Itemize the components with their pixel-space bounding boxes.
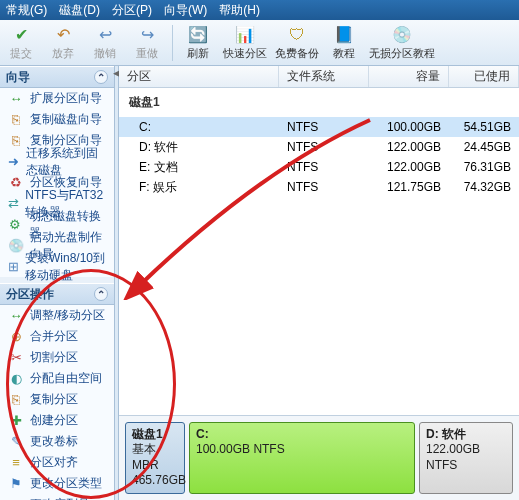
toolbar-label: 放弃 <box>52 46 74 61</box>
list-item[interactable]: ✚创建分区 <box>0 410 114 431</box>
disk-map: 磁盘1 基本 MBR 465.76GB C: 100.00GB NTFS D: … <box>119 415 519 500</box>
item-label: 复制磁盘向导 <box>30 111 102 128</box>
item-icon: ↔ <box>8 91 24 107</box>
list-item[interactable]: ✎更改卷标 <box>0 431 114 452</box>
cell-fs: NTFS <box>279 140 369 154</box>
item-label: 更改分区类型 <box>30 475 102 492</box>
item-label: 切割分区 <box>30 349 78 366</box>
item-icon: ✎ <box>8 434 24 450</box>
toolbar-button[interactable]: 💿无损分区教程 <box>365 21 439 65</box>
menu-item[interactable]: 向导(W) <box>164 2 207 19</box>
col-fs[interactable]: 文件系统 <box>279 66 369 87</box>
separator <box>172 25 173 61</box>
wizard-title: 向导 <box>6 69 30 86</box>
toolbar-button[interactable]: 📊快速分区 <box>219 21 271 65</box>
list-item[interactable]: ➜迁移系统到固态磁盘 <box>0 151 114 172</box>
menu-item[interactable]: 分区(P) <box>112 2 152 19</box>
toolbar-button[interactable]: ↪重做 <box>126 21 168 65</box>
toolbar-icon: 📊 <box>235 25 255 45</box>
menu-item[interactable]: 磁盘(D) <box>59 2 100 19</box>
cell-cap: 100.00GB <box>369 120 449 134</box>
disk-name[interactable]: 磁盘1 <box>119 88 519 117</box>
toolbar-label: 重做 <box>136 46 158 61</box>
chevron-up-icon[interactable]: ⌃ <box>94 287 108 301</box>
wizard-panel-header[interactable]: 向导 ⌃ <box>0 66 114 88</box>
cell-used: 74.32GB <box>449 180 519 194</box>
toolbar-button[interactable]: ↶放弃 <box>42 21 84 65</box>
item-label: 复制分区 <box>30 391 78 408</box>
table-row[interactable]: F: 娱乐NTFS121.75GB74.32GB <box>119 177 519 197</box>
toolbar-button[interactable]: ✔提交 <box>0 21 42 65</box>
item-label: 分区对齐 <box>30 454 78 471</box>
left-sidebar: 向导 ⌃ ↔扩展分区向导⎘复制磁盘向导⎘复制分区向导➜迁移系统到固态磁盘♻分区恢… <box>0 66 115 500</box>
list-item[interactable]: ✂切割分区 <box>0 347 114 368</box>
menu-item[interactable]: 帮助(H) <box>219 2 260 19</box>
toolbar-button[interactable]: 📘教程 <box>323 21 365 65</box>
cell-cap: 122.00GB <box>369 160 449 174</box>
toolbar-label: 刷新 <box>187 46 209 61</box>
toolbar-label: 提交 <box>10 46 32 61</box>
item-icon: ⎘ <box>8 133 24 149</box>
list-item[interactable]: ⚑更改分区类型 <box>0 473 114 494</box>
col-used[interactable]: 已使用 <box>449 66 519 87</box>
toolbar-icon: ↪ <box>137 25 157 45</box>
list-item[interactable]: ↔调整/移动分区 <box>0 305 114 326</box>
part-d-title: D: 软件 <box>426 427 466 441</box>
disk-info-title: 磁盘1 <box>132 427 163 441</box>
list-item[interactable]: ↔扩展分区向导 <box>0 88 114 109</box>
list-item[interactable]: ⎘复制分区 <box>0 389 114 410</box>
item-label: 扩展分区向导 <box>30 90 102 107</box>
partition-block-d[interactable]: D: 软件 122.00GB NTFS <box>419 422 513 494</box>
ops-panel-header[interactable]: 分区操作 ⌃ <box>0 283 114 305</box>
partition-block-c[interactable]: C: 100.00GB NTFS <box>189 422 415 494</box>
item-label: 更改卷标 <box>30 433 78 450</box>
list-item[interactable]: ⊞安装Win8/10到移动硬盘 <box>0 256 114 277</box>
item-label: 更改序列号 <box>30 496 90 500</box>
list-item[interactable]: ≡分区对齐 <box>0 452 114 473</box>
disk-info-block[interactable]: 磁盘1 基本 MBR 465.76GB <box>125 422 185 494</box>
toolbar-icon: 📘 <box>334 25 354 45</box>
col-cap[interactable]: 容量 <box>369 66 449 87</box>
toolbar-icon: ↶ <box>53 25 73 45</box>
col-partition[interactable]: 分区 <box>119 66 279 87</box>
list-item[interactable]: ◐分配自由空间 <box>0 368 114 389</box>
item-label: 分配自由空间 <box>30 370 102 387</box>
right-pane: 分区 文件系统 容量 已使用 磁盘1 C:NTFS100.00GB54.51GB… <box>119 66 519 500</box>
toolbar-label: 免费备份 <box>275 46 319 61</box>
toolbar-icon: 🔄 <box>188 25 208 45</box>
cell-used: 54.51GB <box>449 120 519 134</box>
item-label: 调整/移动分区 <box>30 307 105 324</box>
toolbar-icon: 🛡 <box>287 25 307 45</box>
cell-partition: E: 文档 <box>119 159 279 176</box>
item-icon: A <box>8 497 24 501</box>
toolbar-button[interactable]: ↩撤销 <box>84 21 126 65</box>
item-label: 合并分区 <box>30 328 78 345</box>
list-item[interactable]: A更改序列号 <box>0 494 114 500</box>
menubar: 常规(G)磁盘(D)分区(P)向导(W)帮助(H) <box>0 0 519 20</box>
cell-used: 76.31GB <box>449 160 519 174</box>
item-icon: ◐ <box>8 371 24 387</box>
item-icon: ✂ <box>8 350 24 366</box>
cell-used: 24.45GB <box>449 140 519 154</box>
cell-cap: 122.00GB <box>369 140 449 154</box>
table-row[interactable]: C:NTFS100.00GB54.51GB <box>119 117 519 137</box>
toolbar-icon: ✔ <box>11 25 31 45</box>
item-icon: ⎘ <box>8 392 24 408</box>
cell-fs: NTFS <box>279 180 369 194</box>
table-row[interactable]: E: 文档NTFS122.00GB76.31GB <box>119 157 519 177</box>
toolbar-button[interactable]: 🔄刷新 <box>177 21 219 65</box>
toolbar-button[interactable]: 🛡免费备份 <box>271 21 323 65</box>
list-item[interactable]: ⊕合并分区 <box>0 326 114 347</box>
item-icon: ⚙ <box>8 217 23 233</box>
toolbar: ✔提交↶放弃↩撤销↪重做🔄刷新📊快速分区🛡免费备份📘教程💿无损分区教程 <box>0 20 519 66</box>
ops-panel-body: ↔调整/移动分区⊕合并分区✂切割分区◐分配自由空间⎘复制分区✚创建分区✎更改卷标… <box>0 305 114 500</box>
menu-item[interactable]: 常规(G) <box>6 2 47 19</box>
table-row[interactable]: D: 软件NTFS122.00GB24.45GB <box>119 137 519 157</box>
item-icon: ➜ <box>8 154 20 170</box>
list-item[interactable]: ⎘复制磁盘向导 <box>0 109 114 130</box>
item-icon: ⎘ <box>8 112 24 128</box>
cell-fs: NTFS <box>279 120 369 134</box>
toolbar-label: 快速分区 <box>223 46 267 61</box>
item-label: 创建分区 <box>30 412 78 429</box>
chevron-up-icon[interactable]: ⌃ <box>94 70 108 84</box>
